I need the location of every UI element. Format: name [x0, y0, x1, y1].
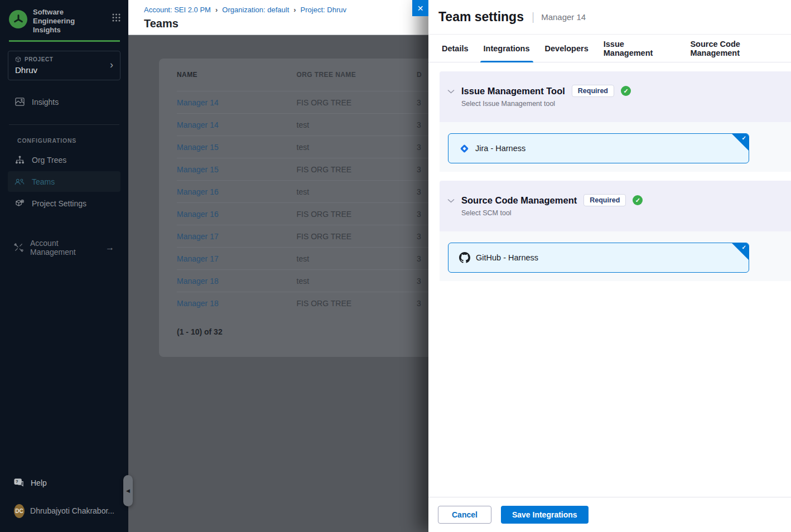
drawer-title: Team settings	[438, 9, 524, 25]
section-subtitle: Select Issue Management tool	[461, 100, 631, 108]
tab-issue-management[interactable]: Issue Management	[604, 35, 676, 62]
tools-icon	[14, 243, 23, 252]
sidebar-item-help[interactable]: ? Help	[8, 472, 120, 493]
drawer-subtitle: Manager 14	[541, 12, 586, 22]
page-title: Teams	[144, 17, 428, 30]
required-badge: Required	[583, 194, 626, 206]
table-row: Manager 14FIS ORG TREE3	[177, 91, 428, 113]
section-subtitle: Select SCM tool	[461, 209, 643, 217]
check-icon: ✓	[742, 244, 746, 250]
project-settings-icon	[14, 199, 25, 208]
apps-grid-icon[interactable]	[112, 13, 120, 22]
avatar: DC	[14, 504, 25, 518]
column-header-clipped: D	[417, 71, 428, 79]
drawer-header: Team settings | Manager 14	[428, 0, 791, 35]
sidebar-collapse-handle[interactable]: ◀	[123, 475, 133, 506]
org-tree-cell: test	[297, 277, 417, 286]
required-badge: Required	[572, 85, 614, 97]
org-tree-cell: FIS ORG TREE	[297, 210, 417, 219]
breadcrumb-project[interactable]: Project: Dhruv	[301, 6, 346, 14]
sidebar-item-project-settings[interactable]: Project Settings	[8, 193, 120, 214]
save-integrations-button[interactable]: Save Integrations	[501, 506, 589, 524]
chevron-down-icon[interactable]	[447, 199, 455, 231]
team-link[interactable]: Manager 15	[177, 143, 219, 152]
sidebar-item-insights[interactable]: Insights	[8, 91, 120, 112]
chevron-right-icon: ›	[215, 6, 218, 14]
project-label: PROJECT	[25, 56, 53, 62]
breadcrumb-organization[interactable]: Organization: default	[222, 6, 289, 14]
count-cell: 3	[417, 98, 428, 107]
table-row: Manager 17test3	[177, 247, 428, 269]
column-header-org-tree: ORG TREE NAME	[297, 71, 417, 79]
team-link[interactable]: Manager 16	[177, 210, 219, 219]
org-tree-cell: FIS ORG TREE	[297, 98, 417, 107]
table-row: Manager 16test3	[177, 180, 428, 202]
team-link[interactable]: Manager 18	[177, 299, 219, 308]
sidebar-divider	[9, 124, 119, 125]
teams-table: NAME ORG TREE NAME D Manager 14FIS ORG T…	[159, 59, 428, 357]
section-title: Source Code Management	[461, 195, 577, 206]
chevron-right-icon: ›	[110, 59, 113, 71]
team-link[interactable]: Manager 17	[177, 254, 219, 263]
sidebar-item-org-trees[interactable]: Org Trees	[8, 149, 120, 170]
sidebar-item-label: Teams	[32, 177, 55, 186]
org-tree-cell: test	[297, 120, 417, 129]
cube-icon	[15, 56, 21, 62]
org-tree-cell: FIS ORG TREE	[297, 165, 417, 174]
org-tree-icon	[14, 156, 25, 164]
sidebar: Software Engineering Insights PROJECT Dh…	[0, 0, 128, 532]
sidebar-item-label: Account Management	[30, 239, 98, 257]
tab-developers[interactable]: Developers	[545, 35, 589, 62]
sidebar-bottom: ? Help DC Dhrubajyoti Chakrabor...	[0, 472, 128, 532]
table-row: Manager 15test3	[177, 136, 428, 158]
count-cell: 3	[417, 143, 428, 152]
help-chat-icon: ?	[14, 478, 24, 487]
sidebar-item-account-management[interactable]: Account Management →	[8, 237, 120, 258]
org-tree-cell: FIS ORG TREE	[297, 232, 417, 241]
brand-underline	[9, 40, 120, 42]
tab-source-code-management[interactable]: Source Code Management	[690, 35, 791, 62]
sidebar-item-teams[interactable]: Teams	[8, 171, 120, 192]
count-cell: 3	[417, 187, 428, 196]
check-icon: ✓	[742, 135, 746, 141]
user-name: Dhrubajyoti Chakrabor...	[30, 506, 114, 515]
team-link[interactable]: Manager 14	[177, 120, 219, 129]
team-link[interactable]: Manager 14	[177, 98, 219, 107]
tab-integrations[interactable]: Integrations	[484, 35, 530, 62]
project-name: Dhruv	[15, 65, 113, 75]
section-cards: GitHub - Harness ✓	[440, 231, 791, 281]
chevron-right-icon: ›	[293, 6, 296, 14]
title-separator: |	[532, 11, 534, 23]
tab-details[interactable]: Details	[442, 35, 469, 62]
jira-harness-card[interactable]: Jira - Harness ✓	[448, 133, 749, 163]
page-header: Account: SEI 2.0 PM › Organization: defa…	[128, 0, 428, 35]
team-link[interactable]: Manager 18	[177, 277, 219, 286]
cancel-button[interactable]: Cancel	[438, 506, 491, 524]
teams-icon	[14, 178, 25, 186]
breadcrumb-account[interactable]: Account: SEI 2.0 PM	[144, 6, 211, 14]
team-link[interactable]: Manager 15	[177, 165, 219, 174]
team-link[interactable]: Manager 16	[177, 187, 219, 196]
org-tree-cell: test	[297, 187, 417, 196]
project-selector[interactable]: PROJECT Dhruv ›	[8, 51, 120, 80]
harness-sei-logo-icon	[9, 10, 27, 28]
main-content: NAME ORG TREE NAME D Manager 14FIS ORG T…	[128, 0, 428, 532]
source-code-management-section: Source Code Management Required ✓ Select…	[440, 181, 791, 281]
drawer-tabs: Details Integrations Developers Issue Ma…	[428, 35, 791, 62]
section-header: Source Code Management Required ✓ Select…	[440, 181, 791, 231]
table-row: Manager 17FIS ORG TREE3	[177, 225, 428, 247]
team-link[interactable]: Manager 17	[177, 232, 219, 241]
sidebar-item-label: Org Trees	[32, 156, 66, 165]
github-harness-card[interactable]: GitHub - Harness ✓	[448, 243, 749, 273]
close-icon[interactable]: ✕	[412, 0, 428, 16]
user-menu[interactable]: DC Dhrubajyoti Chakrabor...	[8, 500, 120, 522]
count-cell: 3	[417, 210, 428, 219]
org-tree-cell: test	[297, 254, 417, 263]
insights-icon	[14, 98, 25, 106]
count-cell: 3	[417, 254, 428, 263]
arrow-right-icon: →	[105, 243, 114, 253]
count-cell: 3	[417, 277, 428, 286]
section-cards: Jira - Harness ✓	[440, 122, 791, 172]
chevron-down-icon[interactable]	[447, 89, 455, 122]
count-cell: 3	[417, 232, 428, 241]
